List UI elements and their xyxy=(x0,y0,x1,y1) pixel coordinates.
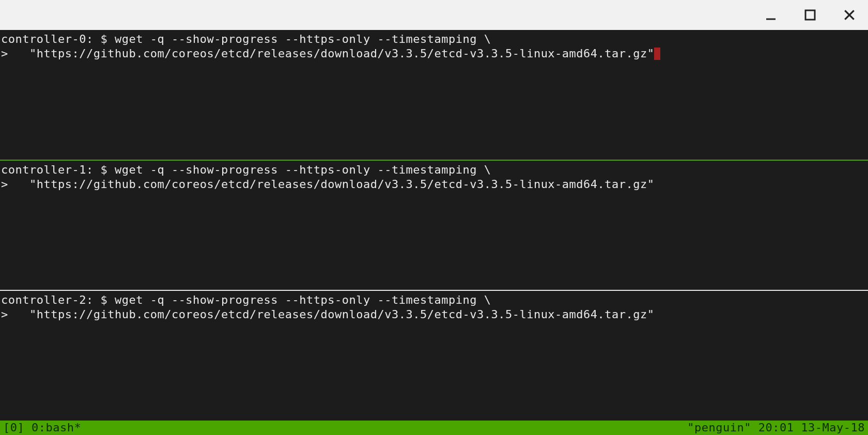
terminal-line: > "https://github.com/coreos/etcd/releas… xyxy=(1,178,655,191)
svg-rect-1 xyxy=(805,10,815,20)
close-icon xyxy=(843,8,856,22)
maximize-icon xyxy=(804,9,816,21)
close-button[interactable] xyxy=(839,5,860,25)
statusbar-right: "penguin" 20:01 13-May-18 xyxy=(687,421,865,435)
terminal-line: controller-0: $ wget -q --show-progress … xyxy=(1,33,491,45)
minimize-button[interactable] xyxy=(761,5,781,25)
terminal-line: > "https://github.com/coreos/etcd/releas… xyxy=(1,47,655,60)
minimize-icon xyxy=(765,9,777,21)
tmux-statusbar: [0] 0:bash* "penguin" 20:01 13-May-18 xyxy=(0,421,868,435)
tmux-pane-1[interactable]: controller-1: $ wget -q --show-progress … xyxy=(0,161,868,290)
window-titlebar xyxy=(0,0,868,30)
terminal-line: controller-1: $ wget -q --show-progress … xyxy=(1,163,491,176)
maximize-button[interactable] xyxy=(800,5,820,25)
terminal-line: controller-2: $ wget -q --show-progress … xyxy=(1,293,491,306)
terminal-line: > "https://github.com/coreos/etcd/releas… xyxy=(1,308,655,321)
statusbar-left: [0] 0:bash* xyxy=(3,421,81,435)
tmux-pane-0[interactable]: controller-0: $ wget -q --show-progress … xyxy=(0,30,868,160)
terminal-area[interactable]: controller-0: $ wget -q --show-progress … xyxy=(0,30,868,435)
cursor-icon xyxy=(654,48,660,60)
tmux-pane-2[interactable]: controller-2: $ wget -q --show-progress … xyxy=(0,291,868,421)
tmux-panes: controller-0: $ wget -q --show-progress … xyxy=(0,30,868,421)
